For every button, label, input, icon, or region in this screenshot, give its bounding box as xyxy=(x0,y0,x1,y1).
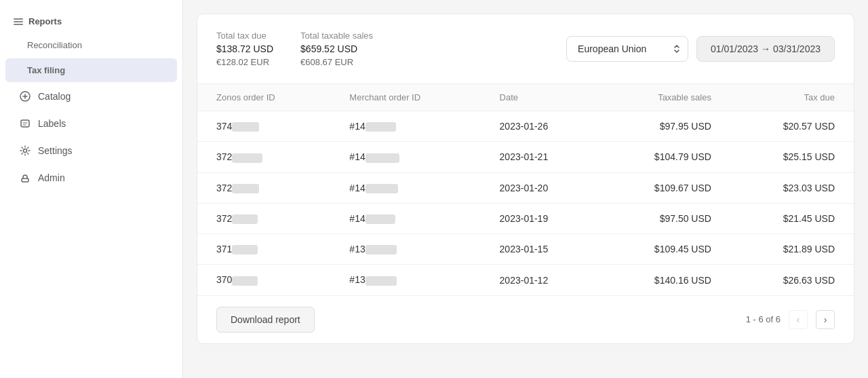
cell-tax-due: $20.57 USD xyxy=(730,111,854,142)
cell-taxable-sales: $140.16 USD xyxy=(599,265,730,295)
cell-taxable-sales: $97.50 USD xyxy=(599,203,730,233)
region-select-wrapper: European Union United States United King… xyxy=(566,36,688,62)
date-range-button[interactable]: 01/01/2023 → 03/31/2023 xyxy=(696,36,835,62)
total-tax-due-label: Total tax due xyxy=(216,31,273,41)
col-merchant-order-id: Merchant order ID xyxy=(330,84,480,111)
total-taxable-sales-usd: $659.52 USD xyxy=(300,43,373,54)
cell-date: 2023-01-26 xyxy=(481,111,600,142)
sidebar-item-labels[interactable]: Labels xyxy=(5,111,177,136)
cell-date: 2023-01-15 xyxy=(481,234,600,265)
table-row: 374████████ #14████████ 2023-01-26 $97.9… xyxy=(197,111,854,142)
cell-tax-due: $21.89 USD xyxy=(730,234,854,265)
sidebar-item-label: Reconciliation xyxy=(27,40,82,50)
sidebar-item-reconciliation[interactable]: Reconciliation xyxy=(5,33,177,57)
pagination-prev-button[interactable]: ‹ xyxy=(789,310,808,329)
cell-zonos-id: 372████████ xyxy=(197,172,330,203)
cell-date: 2023-01-19 xyxy=(481,203,600,233)
cell-date: 2023-01-20 xyxy=(481,172,600,203)
catalog-icon xyxy=(19,90,31,102)
svg-rect-1 xyxy=(21,120,29,127)
region-select[interactable]: European Union United States United King… xyxy=(566,36,688,62)
cell-taxable-sales: $104.79 USD xyxy=(599,142,730,172)
sidebar-section-label: Reports xyxy=(28,16,62,26)
cell-date: 2023-01-21 xyxy=(481,142,600,172)
sidebar-item-label: Settings xyxy=(38,145,73,156)
total-tax-due-eur: €128.02 EUR xyxy=(216,57,273,67)
sidebar-item-settings[interactable]: Settings xyxy=(5,138,177,164)
svg-point-2 xyxy=(24,149,27,153)
cell-merchant-id: #13████████ xyxy=(330,234,480,265)
table-row: 372████████ #14████████ 2023-01-21 $104.… xyxy=(197,142,854,172)
pagination-next-button[interactable]: › xyxy=(816,310,835,329)
cell-zonos-id: 372████████ xyxy=(197,203,330,233)
col-taxable-sales: Taxable sales xyxy=(599,84,730,111)
main-content: Total tax due $138.72 USD €128.02 EUR To… xyxy=(183,0,868,378)
table-row: 370████████ #13████████ 2023-01-12 $140.… xyxy=(197,265,854,295)
cell-zonos-id: 372████████ xyxy=(197,142,330,172)
cell-merchant-id: #14████████ xyxy=(330,203,480,233)
table-header-row: Zonos order ID Merchant order ID Date Ta… xyxy=(197,84,854,111)
cell-date: 2023-01-12 xyxy=(481,265,600,295)
sidebar-reports-header: Reports xyxy=(0,11,182,32)
cell-taxable-sales: $109.45 USD xyxy=(599,234,730,265)
total-tax-due-usd: $138.72 USD xyxy=(216,43,273,54)
total-taxable-sales-eur: €608.67 EUR xyxy=(300,57,373,67)
sidebar-item-label: Admin xyxy=(38,172,65,183)
cell-zonos-id: 374████████ xyxy=(197,111,330,142)
cell-zonos-id: 370████████ xyxy=(197,265,330,295)
cell-tax-due: $21.45 USD xyxy=(730,203,854,233)
tax-filing-card: Total tax due $138.72 USD €128.02 EUR To… xyxy=(197,14,854,344)
filters: European Union United States United King… xyxy=(566,36,835,62)
total-taxable-sales-label: Total taxable sales xyxy=(300,31,373,41)
cell-tax-due: $23.03 USD xyxy=(730,172,854,203)
col-zonos-order-id: Zonos order ID xyxy=(197,84,330,111)
cell-merchant-id: #14████████ xyxy=(330,142,480,172)
sidebar: Reports Reconciliation Tax filing Catalo… xyxy=(0,0,183,378)
sidebar-item-catalog[interactable]: Catalog xyxy=(5,83,177,109)
table-row: 372████████ #14████████ 2023-01-19 $97.5… xyxy=(197,203,854,233)
cell-tax-due: $26.63 USD xyxy=(730,265,854,295)
cell-zonos-id: 371████████ xyxy=(197,234,330,265)
table-row: 372████████ #14████████ 2023-01-20 $109.… xyxy=(197,172,854,203)
orders-table-container: Zonos order ID Merchant order ID Date Ta… xyxy=(197,83,854,295)
cell-taxable-sales: $97.95 USD xyxy=(599,111,730,142)
total-taxable-sales: Total taxable sales $659.52 USD €608.67 … xyxy=(300,31,373,67)
settings-icon xyxy=(19,145,31,157)
pagination-info: 1 - 6 of 6 xyxy=(746,314,781,324)
cell-merchant-id: #14████████ xyxy=(330,172,480,203)
download-report-button[interactable]: Download report xyxy=(216,307,315,333)
pagination: 1 - 6 of 6 ‹ › xyxy=(746,310,835,329)
col-date: Date xyxy=(481,84,600,111)
labels-icon xyxy=(19,117,31,130)
summary-row: Total tax due $138.72 USD €128.02 EUR To… xyxy=(197,14,854,83)
table-row: 371████████ #13████████ 2023-01-15 $109.… xyxy=(197,234,854,265)
cell-tax-due: $25.15 USD xyxy=(730,142,854,172)
reports-icon xyxy=(14,18,23,25)
total-tax-due: Total tax due $138.72 USD €128.02 EUR xyxy=(216,31,273,67)
cell-merchant-id: #13████████ xyxy=(330,265,480,295)
svg-rect-3 xyxy=(22,178,28,182)
orders-table: Zonos order ID Merchant order ID Date Ta… xyxy=(197,83,854,295)
table-footer: Download report 1 - 6 of 6 ‹ › xyxy=(197,295,854,343)
cell-merchant-id: #14████████ xyxy=(330,111,480,142)
col-tax-due: Tax due xyxy=(730,84,854,111)
sidebar-item-admin[interactable]: Admin xyxy=(5,165,177,191)
admin-icon xyxy=(19,172,31,184)
sidebar-item-label: Catalog xyxy=(38,91,71,102)
sidebar-item-tax-filing[interactable]: Tax filing xyxy=(5,58,177,82)
cell-taxable-sales: $109.67 USD xyxy=(599,172,730,203)
sidebar-item-label: Labels xyxy=(38,118,66,129)
sidebar-item-label: Tax filing xyxy=(27,65,65,75)
